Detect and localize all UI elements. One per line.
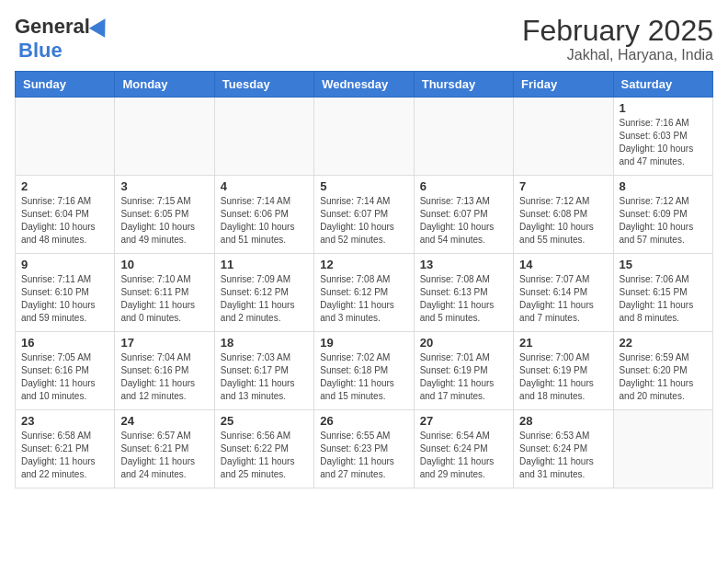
- col-sunday: Sunday: [16, 72, 115, 98]
- day-info: Sunrise: 6:58 AM Sunset: 6:21 PM Dayligh…: [21, 430, 108, 481]
- calendar-subtitle: Jakhal, Haryana, India: [522, 47, 713, 63]
- day-info: Sunrise: 7:07 AM Sunset: 6:14 PM Dayligh…: [519, 273, 607, 325]
- table-row: 9Sunrise: 7:11 AM Sunset: 6:10 PM Daylig…: [16, 254, 115, 332]
- day-number: 27: [420, 414, 507, 428]
- table-row: 18Sunrise: 7:03 AM Sunset: 6:17 PM Dayli…: [214, 332, 313, 410]
- table-row: 17Sunrise: 7:04 AM Sunset: 6:16 PM Dayli…: [115, 332, 214, 410]
- col-friday: Friday: [514, 72, 613, 98]
- day-number: 23: [21, 414, 108, 428]
- day-info: Sunrise: 7:08 AM Sunset: 6:12 PM Dayligh…: [320, 273, 407, 325]
- day-info: Sunrise: 7:00 AM Sunset: 6:19 PM Dayligh…: [519, 351, 607, 403]
- day-info: Sunrise: 6:57 AM Sunset: 6:21 PM Dayligh…: [120, 430, 208, 481]
- day-info: Sunrise: 7:02 AM Sunset: 6:18 PM Dayligh…: [320, 351, 407, 403]
- calendar-header-row: Sunday Monday Tuesday Wednesday Thursday…: [16, 72, 713, 98]
- day-info: Sunrise: 7:12 AM Sunset: 6:09 PM Dayligh…: [620, 195, 707, 247]
- day-info: Sunrise: 7:10 AM Sunset: 6:11 PM Dayligh…: [120, 273, 208, 325]
- table-row: 13Sunrise: 7:08 AM Sunset: 6:13 PM Dayli…: [414, 254, 513, 332]
- day-number: 11: [221, 258, 308, 271]
- day-info: Sunrise: 7:03 AM Sunset: 6:17 PM Dayligh…: [221, 351, 308, 403]
- table-row: [414, 98, 513, 176]
- table-row: 14Sunrise: 7:07 AM Sunset: 6:14 PM Dayli…: [514, 254, 613, 332]
- page-header: General Blue February 2025 Jakhal, Harya…: [15, 15, 713, 63]
- day-number: 22: [620, 336, 707, 350]
- day-info: Sunrise: 7:01 AM Sunset: 6:19 PM Dayligh…: [420, 351, 507, 403]
- day-number: 24: [120, 414, 208, 428]
- day-number: 5: [320, 179, 407, 193]
- table-row: 26Sunrise: 6:55 AM Sunset: 6:23 PM Dayli…: [314, 410, 414, 488]
- day-number: 28: [519, 414, 607, 428]
- title-block: February 2025 Jakhal, Haryana, India: [522, 15, 713, 63]
- table-row: [613, 410, 712, 488]
- calendar-week-row: 2Sunrise: 7:16 AM Sunset: 6:04 PM Daylig…: [16, 176, 713, 254]
- day-info: Sunrise: 7:15 AM Sunset: 6:05 PM Dayligh…: [120, 195, 208, 247]
- table-row: 12Sunrise: 7:08 AM Sunset: 6:12 PM Dayli…: [314, 254, 414, 332]
- table-row: 15Sunrise: 7:06 AM Sunset: 6:15 PM Dayli…: [613, 254, 712, 332]
- table-row: 6Sunrise: 7:13 AM Sunset: 6:07 PM Daylig…: [414, 176, 513, 254]
- day-number: 15: [620, 258, 707, 271]
- table-row: 11Sunrise: 7:09 AM Sunset: 6:12 PM Dayli…: [214, 254, 313, 332]
- table-row: 23Sunrise: 6:58 AM Sunset: 6:21 PM Dayli…: [16, 410, 115, 488]
- table-row: [514, 98, 613, 176]
- table-row: 21Sunrise: 7:00 AM Sunset: 6:19 PM Dayli…: [514, 332, 613, 410]
- col-monday: Monday: [115, 72, 214, 98]
- table-row: [16, 98, 115, 176]
- day-info: Sunrise: 6:54 AM Sunset: 6:24 PM Dayligh…: [420, 430, 507, 481]
- day-info: Sunrise: 6:56 AM Sunset: 6:22 PM Dayligh…: [221, 430, 308, 481]
- table-row: 5Sunrise: 7:14 AM Sunset: 6:07 PM Daylig…: [314, 176, 414, 254]
- day-info: Sunrise: 7:13 AM Sunset: 6:07 PM Dayligh…: [420, 195, 507, 247]
- logo-triangle-icon: [89, 14, 113, 38]
- calendar-week-row: 23Sunrise: 6:58 AM Sunset: 6:21 PM Dayli…: [16, 410, 713, 488]
- day-info: Sunrise: 7:12 AM Sunset: 6:08 PM Dayligh…: [519, 195, 607, 247]
- day-info: Sunrise: 7:16 AM Sunset: 6:04 PM Dayligh…: [21, 195, 108, 247]
- day-number: 25: [221, 414, 308, 428]
- day-number: 6: [420, 179, 507, 193]
- day-number: 10: [120, 258, 208, 271]
- day-number: 18: [221, 336, 308, 350]
- day-number: 13: [420, 258, 507, 271]
- day-info: Sunrise: 7:04 AM Sunset: 6:16 PM Dayligh…: [120, 351, 208, 403]
- table-row: [115, 98, 214, 176]
- day-info: Sunrise: 6:55 AM Sunset: 6:23 PM Dayligh…: [320, 430, 407, 481]
- day-number: 21: [519, 336, 607, 350]
- day-number: 26: [320, 414, 407, 428]
- day-info: Sunrise: 7:16 AM Sunset: 6:03 PM Dayligh…: [620, 117, 707, 168]
- table-row: 1Sunrise: 7:16 AM Sunset: 6:03 PM Daylig…: [613, 98, 712, 176]
- calendar-week-row: 1Sunrise: 7:16 AM Sunset: 6:03 PM Daylig…: [16, 98, 713, 176]
- day-number: 3: [120, 179, 208, 193]
- table-row: [214, 98, 313, 176]
- day-number: 16: [21, 336, 108, 350]
- table-row: 20Sunrise: 7:01 AM Sunset: 6:19 PM Dayli…: [414, 332, 513, 410]
- table-row: 27Sunrise: 6:54 AM Sunset: 6:24 PM Dayli…: [414, 410, 513, 488]
- day-number: 4: [221, 179, 308, 193]
- day-number: 17: [120, 336, 208, 350]
- table-row: 28Sunrise: 6:53 AM Sunset: 6:24 PM Dayli…: [514, 410, 613, 488]
- day-number: 14: [519, 258, 607, 271]
- table-row: 8Sunrise: 7:12 AM Sunset: 6:09 PM Daylig…: [613, 176, 712, 254]
- day-info: Sunrise: 6:59 AM Sunset: 6:20 PM Dayligh…: [620, 351, 707, 403]
- table-row: 16Sunrise: 7:05 AM Sunset: 6:16 PM Dayli…: [16, 332, 115, 410]
- day-number: 19: [320, 336, 407, 350]
- table-row: 25Sunrise: 6:56 AM Sunset: 6:22 PM Dayli…: [214, 410, 313, 488]
- day-info: Sunrise: 7:11 AM Sunset: 6:10 PM Dayligh…: [21, 273, 108, 325]
- table-row: 19Sunrise: 7:02 AM Sunset: 6:18 PM Dayli…: [314, 332, 414, 410]
- col-wednesday: Wednesday: [314, 72, 414, 98]
- table-row: [314, 98, 414, 176]
- day-info: Sunrise: 7:05 AM Sunset: 6:16 PM Dayligh…: [21, 351, 108, 403]
- day-info: Sunrise: 6:53 AM Sunset: 6:24 PM Dayligh…: [519, 430, 607, 481]
- day-info: Sunrise: 7:08 AM Sunset: 6:13 PM Dayligh…: [420, 273, 507, 325]
- logo: General Blue: [15, 15, 110, 63]
- day-number: 9: [21, 258, 108, 271]
- day-info: Sunrise: 7:14 AM Sunset: 6:07 PM Dayligh…: [320, 195, 407, 247]
- calendar-week-row: 9Sunrise: 7:11 AM Sunset: 6:10 PM Daylig…: [16, 254, 713, 332]
- day-number: 20: [420, 336, 507, 350]
- day-info: Sunrise: 7:14 AM Sunset: 6:06 PM Dayligh…: [221, 195, 308, 247]
- logo-general-text: General: [15, 15, 90, 39]
- day-number: 7: [519, 179, 607, 193]
- calendar-table: Sunday Monday Tuesday Wednesday Thursday…: [15, 71, 713, 488]
- table-row: 22Sunrise: 6:59 AM Sunset: 6:20 PM Dayli…: [613, 332, 712, 410]
- table-row: 4Sunrise: 7:14 AM Sunset: 6:06 PM Daylig…: [214, 176, 313, 254]
- table-row: 10Sunrise: 7:10 AM Sunset: 6:11 PM Dayli…: [115, 254, 214, 332]
- table-row: 3Sunrise: 7:15 AM Sunset: 6:05 PM Daylig…: [115, 176, 214, 254]
- logo-blue-text: Blue: [18, 39, 63, 63]
- col-saturday: Saturday: [613, 72, 712, 98]
